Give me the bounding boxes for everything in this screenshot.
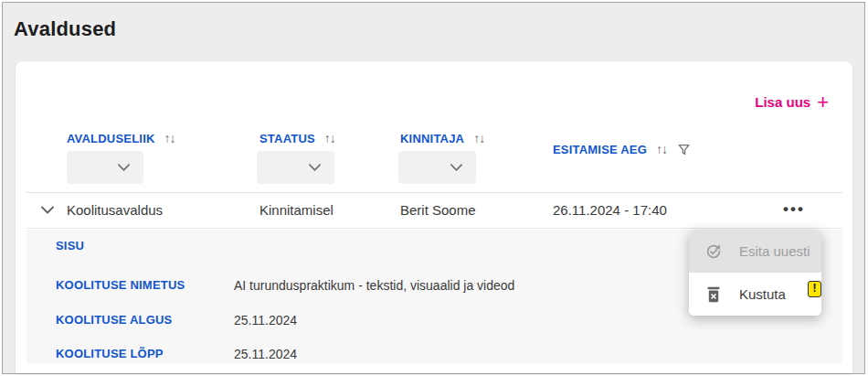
alert-badge: ! (808, 281, 821, 297)
cell-avalduseliik: Koolitusavaldus (67, 202, 163, 218)
filter-dropdown-kinnitaja[interactable] (398, 151, 476, 184)
detail-field-label: KOOLITUSE ALGUS (56, 313, 172, 327)
column-label: ESITAMISE AEG (553, 143, 647, 156)
screenshot-root: Avaldused Lisa uus + AVALDUSELIIK ↑↓ STA… (0, 0, 868, 376)
applications-card: Lisa uus + AVALDUSELIIK ↑↓ STAATUS ↑↓ KI… (16, 61, 852, 373)
menu-item-label: Kustuta (739, 286, 786, 302)
column-header-kinnitaja: KINNITAJA ↑↓ (400, 131, 484, 145)
detail-field-value: AI turunduspraktikum - tekstid, visuaali… (234, 278, 514, 293)
menu-item-label: Esita uuesti (739, 243, 810, 259)
plus-icon: + (817, 96, 829, 109)
menu-item-kustuta[interactable]: Kustuta ! (689, 273, 821, 316)
chevron-down-icon (450, 163, 463, 172)
delete-icon (704, 285, 724, 305)
column-header-esitamise-aeg: ESITAMISE AEG ↑↓ (553, 142, 692, 156)
retry-icon (704, 242, 724, 262)
detail-field-value: 25.11.2024 (234, 313, 297, 328)
cell-staatus: Kinnitamisel (259, 202, 333, 218)
sort-icon[interactable]: ↑↓ (164, 132, 175, 145)
table-row[interactable]: Koolitusavaldus Kinnitamisel Berit Soome… (16, 192, 852, 228)
chevron-down-icon (117, 163, 131, 172)
detail-field-label: KOOLITUSE NIMETUS (56, 278, 185, 292)
chevron-down-icon (308, 163, 322, 172)
detail-field-label: KOOLITUSE LÕPP (56, 347, 164, 360)
app-window: Avaldused Lisa uus + AVALDUSELIIK ↑↓ STA… (2, 2, 865, 374)
sort-icon[interactable]: ↑↓ (473, 132, 484, 145)
row-expander-chevron-icon[interactable] (40, 205, 55, 215)
row-more-actions-icon[interactable]: ••• (783, 196, 805, 223)
row-context-menu: Esita uuesti Kustuta ! (689, 230, 821, 316)
filter-dropdown-staatus[interactable] (257, 151, 334, 184)
sort-icon[interactable]: ↑↓ (324, 132, 335, 145)
sort-icon[interactable]: ↑↓ (656, 143, 667, 156)
divider (26, 228, 842, 229)
filter-dropdown-avalduseliik[interactable] (67, 151, 143, 184)
page-title: Avaldused (14, 17, 116, 41)
add-new-label: Lisa uus (755, 94, 810, 110)
menu-item-esita-uuesti[interactable]: Esita uuesti (689, 230, 821, 273)
column-header-staatus: STAATUS ↑↓ (259, 131, 335, 145)
filter-icon[interactable] (676, 142, 692, 157)
detail-section-label: SISU (56, 239, 84, 252)
column-label: AVALDUSELIIK (67, 132, 155, 145)
column-label: KINNITAJA (400, 132, 464, 145)
add-new-button[interactable]: Lisa uus + (755, 94, 829, 110)
column-label: STAATUS (259, 132, 315, 145)
cell-esitamise-aeg: 26.11.2024 - 17:40 (553, 202, 667, 218)
cell-kinnitaja: Berit Soome (400, 202, 476, 218)
detail-field-value: 25.11.2024 (234, 347, 297, 361)
column-header-avalduseliik: AVALDUSELIIK ↑↓ (67, 131, 175, 145)
